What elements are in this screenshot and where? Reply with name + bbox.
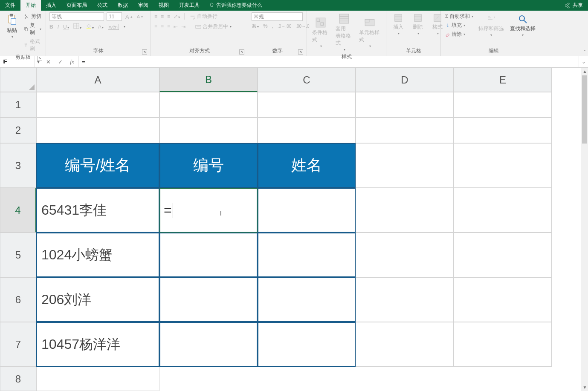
cell-C3[interactable]: 姓名 bbox=[258, 143, 356, 188]
percent-button[interactable]: % bbox=[263, 23, 268, 29]
cell-E6[interactable] bbox=[454, 277, 552, 322]
col-header-C[interactable]: C bbox=[258, 68, 356, 92]
row-header-5[interactable]: 5 bbox=[0, 233, 36, 277]
cell-D4[interactable] bbox=[356, 188, 454, 233]
underline-button[interactable]: U▾ bbox=[63, 24, 69, 30]
cell-A7[interactable]: 10457杨洋洋 bbox=[36, 322, 159, 367]
cell-B4[interactable]: = I bbox=[159, 188, 258, 233]
cell-D1[interactable] bbox=[356, 92, 454, 118]
row-header-1[interactable]: 1 bbox=[0, 92, 36, 118]
cut-button[interactable]: 剪切 bbox=[23, 12, 42, 20]
clear-button[interactable]: 清除▾ bbox=[444, 30, 474, 38]
accounting-button[interactable]: ⌘▾ bbox=[252, 23, 259, 29]
fill-button[interactable]: 填充▾ bbox=[444, 21, 474, 29]
align-left-button[interactable]: ≡ bbox=[154, 24, 157, 30]
sort-filter-button[interactable]: 排序和筛选▾ bbox=[477, 13, 506, 38]
expand-formula-bar-button[interactable]: ⌄ bbox=[579, 56, 588, 67]
tab-developer[interactable]: 开发工具 bbox=[174, 0, 205, 11]
cell-A3[interactable]: 编号/姓名 bbox=[36, 143, 159, 188]
align-middle-button[interactable]: ≡ bbox=[161, 14, 164, 20]
cell-C4[interactable] bbox=[258, 188, 356, 233]
row-header-6[interactable]: 6 bbox=[0, 277, 36, 322]
font-name-box[interactable] bbox=[49, 12, 104, 21]
bold-button[interactable]: B bbox=[49, 24, 53, 30]
cell-C1[interactable] bbox=[258, 92, 356, 118]
cell-C7[interactable] bbox=[258, 322, 356, 367]
align-bottom-button[interactable]: ≡ bbox=[167, 14, 170, 20]
conditional-format-button[interactable]: 条件格式▾ bbox=[310, 16, 331, 49]
cell-E1[interactable] bbox=[454, 92, 552, 118]
cell-E4[interactable] bbox=[454, 188, 552, 233]
insert-cells-button[interactable]: 插入▾ bbox=[390, 12, 407, 36]
cell-D2[interactable] bbox=[356, 118, 454, 143]
cell-D5[interactable] bbox=[356, 233, 454, 277]
italic-button[interactable]: I bbox=[58, 24, 59, 30]
cell-B6[interactable] bbox=[159, 277, 258, 322]
tab-formulas[interactable]: 公式 bbox=[92, 0, 113, 11]
scroll-down-button[interactable]: ▼ bbox=[581, 384, 588, 391]
cell-D7[interactable] bbox=[356, 322, 454, 367]
select-all-corner[interactable] bbox=[0, 68, 36, 92]
cell-B7[interactable] bbox=[159, 322, 258, 367]
cell-B1[interactable] bbox=[159, 92, 258, 118]
row-header-4[interactable]: 4 bbox=[0, 188, 36, 233]
increase-decimal-button[interactable]: .0→.00 bbox=[278, 24, 291, 29]
increase-font-button[interactable]: A▴ bbox=[125, 13, 133, 20]
row-header-7[interactable]: 7 bbox=[0, 322, 36, 367]
tell-me[interactable]: 告诉我你想要做什么 bbox=[205, 0, 262, 11]
font-size-box[interactable] bbox=[107, 12, 122, 21]
cell-E5[interactable] bbox=[454, 233, 552, 277]
dialog-launcher-icon[interactable]: ⬊ bbox=[37, 56, 42, 61]
cell-A1[interactable] bbox=[36, 92, 159, 118]
dialog-launcher-icon[interactable]: ⬊ bbox=[298, 49, 303, 55]
tab-page-layout[interactable]: 页面布局 bbox=[61, 0, 92, 11]
decrease-font-button[interactable]: A▾ bbox=[136, 14, 144, 20]
align-top-button[interactable]: ≡ bbox=[154, 14, 157, 20]
cell-A8[interactable] bbox=[36, 367, 159, 391]
dialog-launcher-icon[interactable]: ⬊ bbox=[142, 49, 147, 55]
cell-D6[interactable] bbox=[356, 277, 454, 322]
tab-view[interactable]: 视图 bbox=[154, 0, 174, 11]
col-header-B[interactable]: B bbox=[159, 68, 258, 92]
orientation-button[interactable]: ⤢▾ bbox=[174, 14, 180, 20]
align-center-button[interactable]: ≡ bbox=[161, 24, 164, 30]
col-header-D[interactable]: D bbox=[356, 68, 454, 92]
cell-styles-button[interactable]: 单元格样式▾ bbox=[357, 16, 382, 49]
scrollbar-thumb[interactable] bbox=[582, 75, 587, 144]
row-header-2[interactable]: 2 bbox=[0, 118, 36, 143]
delete-cells-button[interactable]: 删除▾ bbox=[409, 12, 426, 36]
col-header-A[interactable]: A bbox=[36, 68, 159, 92]
accept-formula-button[interactable]: ✓ bbox=[54, 56, 66, 67]
col-header-E[interactable]: E bbox=[454, 68, 552, 92]
cell-A2[interactable] bbox=[36, 118, 159, 143]
scroll-up-button[interactable]: ▲ bbox=[581, 68, 588, 75]
dialog-launcher-icon[interactable]: ⬊ bbox=[239, 49, 244, 55]
cell-B2[interactable] bbox=[159, 118, 258, 143]
find-select-button[interactable]: 查找和选择▾ bbox=[508, 13, 537, 38]
cell-C6[interactable] bbox=[258, 277, 356, 322]
fill-color-button[interactable]: ▾ bbox=[86, 23, 94, 30]
tab-insert[interactable]: 插入 bbox=[41, 0, 61, 11]
format-painter-button[interactable]: 格式刷 bbox=[23, 37, 42, 53]
row-header-3[interactable]: 3 bbox=[0, 143, 36, 188]
cell-A6[interactable]: 206刘洋 bbox=[36, 277, 159, 322]
number-format-box[interactable] bbox=[252, 12, 303, 21]
merge-center-button[interactable]: 合并后居中▾ bbox=[194, 23, 232, 31]
cell-C5[interactable] bbox=[258, 233, 356, 277]
decrease-indent-button[interactable]: ⇤ bbox=[174, 24, 178, 30]
collapse-ribbon-button[interactable]: ˆ bbox=[584, 49, 585, 55]
cell-E2[interactable] bbox=[454, 118, 552, 143]
align-right-button[interactable]: ≡ bbox=[167, 24, 170, 30]
border-button[interactable]: ▾ bbox=[73, 23, 81, 30]
cell-E7[interactable] bbox=[454, 322, 552, 367]
insert-function-button[interactable]: fx bbox=[66, 56, 78, 67]
vertical-scrollbar[interactable]: ▲ ▼ bbox=[581, 68, 588, 391]
tab-review[interactable]: 审阅 bbox=[133, 0, 154, 11]
tab-data[interactable]: 数据 bbox=[113, 0, 133, 11]
increase-indent-button[interactable]: ⇥ bbox=[181, 24, 185, 30]
copy-button[interactable]: 复制▾ bbox=[23, 21, 42, 37]
font-color-button[interactable]: A▾ bbox=[98, 24, 104, 30]
cell-C2[interactable] bbox=[258, 118, 356, 143]
share-button[interactable]: 共享 bbox=[573, 2, 583, 9]
cancel-formula-button[interactable]: ✕ bbox=[42, 56, 54, 67]
